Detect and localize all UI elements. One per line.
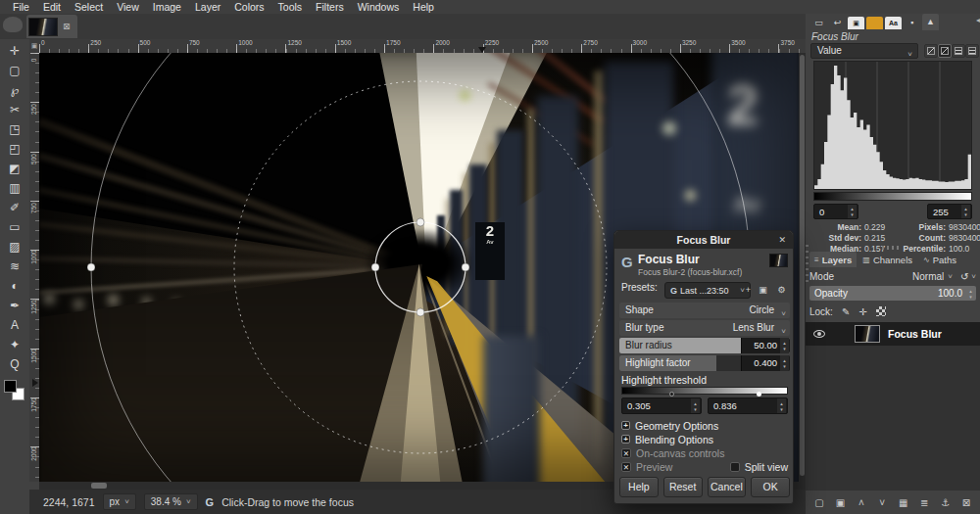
spinner-arrows[interactable]: ▴▾ xyxy=(961,205,970,218)
tool-transform[interactable]: ◰ xyxy=(3,139,26,159)
tab-paths[interactable]: ∿Paths xyxy=(918,252,961,267)
blur-radius-slider[interactable]: Blur radius 50.00 ▴▾ xyxy=(619,338,790,353)
tool-gradient[interactable]: ▥ xyxy=(3,178,26,198)
tool-zoom[interactable]: Q xyxy=(3,354,26,374)
shape-dropdown[interactable]: Shape Circle ˅ xyxy=(619,303,790,318)
image-tab-close-icon[interactable]: ⊠ xyxy=(63,22,71,31)
visibility-eye-icon[interactable] xyxy=(813,330,825,338)
reset-button[interactable]: Reset xyxy=(663,477,703,497)
menu-help[interactable]: Help xyxy=(406,0,441,14)
menu-windows[interactable]: Windows xyxy=(351,0,407,14)
dock-tab-fonts-icon[interactable]: Aa xyxy=(885,17,902,29)
tool-rectangle-select[interactable]: ▢ xyxy=(3,61,26,80)
menu-filters[interactable]: Filters xyxy=(309,0,351,14)
tool-bucket-fill[interactable]: ◩ xyxy=(3,159,26,178)
tool-paintbrush[interactable]: ✐ xyxy=(3,198,26,217)
horizontal-scrollbar-thumb[interactable] xyxy=(91,483,107,489)
merge-layer-button[interactable]: ≣ xyxy=(916,497,932,508)
spinner-arrows[interactable]: ▴▾ xyxy=(777,398,786,413)
dock-tab-undo-history-icon[interactable]: ↩ xyxy=(829,16,846,30)
vertical-ruler[interactable]: 025050075010001250150017502000 xyxy=(29,53,39,482)
raise-layer-button[interactable]: ˄ xyxy=(854,497,869,508)
vertical-scrollbar[interactable] xyxy=(799,53,806,482)
focus-handle[interactable] xyxy=(87,263,95,271)
focus-handle[interactable] xyxy=(462,263,469,271)
tool-color-picker[interactable]: ✦ xyxy=(3,335,26,354)
spinner-arrows[interactable]: ▴▾ xyxy=(780,355,789,371)
ruler-corner-button[interactable]: ▣ xyxy=(29,39,39,53)
tool-dodge-burn[interactable]: ◐ xyxy=(3,276,26,296)
help-button[interactable]: Help xyxy=(619,477,659,497)
chevron-down-icon[interactable]: ˅ xyxy=(971,272,976,281)
blur-type-dropdown[interactable]: Blur type Lens Blur ˅ xyxy=(619,320,790,336)
histogram-expand-button[interactable] xyxy=(965,44,979,58)
lower-layer-button[interactable]: ˅ xyxy=(874,497,890,508)
menu-select[interactable]: Select xyxy=(68,0,110,14)
threshold-low-spinner[interactable]: 0.305 ▴▾ xyxy=(621,397,702,414)
import-preset-button[interactable]: ▣ xyxy=(757,283,769,298)
focus-handle[interactable] xyxy=(416,218,424,226)
horizontal-ruler[interactable]: 0250500750100012501500175020002250250027… xyxy=(39,39,806,53)
histogram-log-button[interactable] xyxy=(952,44,965,58)
menu-edit[interactable]: Edit xyxy=(36,0,68,14)
histogram-perceptual-button[interactable] xyxy=(938,44,952,58)
opacity-slider[interactable]: Opacity 100.0 ▴▾ xyxy=(809,286,976,301)
cancel-button[interactable]: Cancel xyxy=(708,477,747,497)
dock-resize-grip[interactable] xyxy=(806,245,808,284)
tab-channels[interactable]: ▥Channels xyxy=(858,252,917,267)
dock-tab-histogram-icon[interactable]: ▲ xyxy=(922,14,939,30)
vertical-scrollbar-thumb[interactable] xyxy=(800,55,805,476)
tool-scissors-select[interactable]: ✂ xyxy=(3,100,26,119)
new-layer-button[interactable]: ▢ xyxy=(811,497,827,508)
menu-view[interactable]: View xyxy=(110,0,146,14)
lock-alpha-icon[interactable] xyxy=(876,306,886,316)
lock-pixels-icon[interactable]: ✎ xyxy=(842,306,850,317)
tool-smudge[interactable]: ≋ xyxy=(3,257,26,276)
duplicate-layer-button[interactable]: ▦ xyxy=(896,497,911,508)
threshold-high-spinner[interactable]: 0.836 ▴▾ xyxy=(708,397,788,414)
range-low-spinner[interactable]: 0 ▴▾ xyxy=(813,204,858,219)
dock-tab-palettes-icon[interactable] xyxy=(866,17,883,29)
preset-settings-button[interactable]: ⚙ xyxy=(775,283,788,298)
range-high-spinner[interactable]: 255 ▴▾ xyxy=(927,204,972,219)
tool-text[interactable]: A xyxy=(3,315,26,335)
channel-dropdown[interactable]: Value ˅ xyxy=(810,43,918,59)
tab-layers[interactable]: ≡Layers xyxy=(809,252,857,267)
split-view-checkbox[interactable] xyxy=(730,462,740,472)
anchor-layer-button[interactable]: ⚓ xyxy=(938,497,954,508)
preview-checkbox[interactable]: ✕ xyxy=(621,462,631,472)
dock-tab-images-icon[interactable]: ▣ xyxy=(848,17,864,29)
lock-position-icon[interactable]: ✛ xyxy=(858,306,866,317)
menu-file[interactable]: File xyxy=(6,0,36,14)
dialog-title-bar[interactable]: Focus Blur xyxy=(614,231,793,249)
dialog-close-icon[interactable]: ✕ xyxy=(778,231,786,249)
spinner-arrows[interactable]: ▴▾ xyxy=(691,398,700,413)
tool-clone[interactable]: ▨ xyxy=(3,237,26,257)
tool-eraser[interactable]: ▭ xyxy=(3,217,26,237)
chevron-down-icon[interactable]: ˅ xyxy=(948,272,953,281)
menu-layer[interactable]: Layer xyxy=(188,0,227,14)
dock-tab-document-history-icon[interactable]: ▪ xyxy=(904,16,920,30)
unit-dropdown[interactable]: px ˅ xyxy=(103,493,136,510)
new-layer-group-button[interactable]: ▣ xyxy=(832,497,848,508)
blending-options-expander[interactable]: + Blending Options xyxy=(621,433,788,445)
delete-layer-button[interactable]: ⊠ xyxy=(958,497,974,508)
layer-row[interactable]: Focus Blur xyxy=(806,322,980,346)
image-tab[interactable]: ⊠ xyxy=(26,15,77,38)
highlight-threshold-gradient[interactable] xyxy=(621,387,788,395)
focus-handle[interactable] xyxy=(416,308,424,316)
tool-move[interactable]: ✛ xyxy=(3,41,26,61)
spinner-arrows[interactable]: ▴▾ xyxy=(966,286,975,301)
highlight-factor-slider[interactable]: Highlight factor 0.400 ▴▾ xyxy=(619,355,790,371)
histogram-linear-button[interactable] xyxy=(924,44,938,58)
foreground-color-swatch[interactable] xyxy=(4,380,17,393)
presets-dropdown[interactable]: G Last ...23:50 ˅ xyxy=(664,282,751,299)
panel-resize-grip[interactable] xyxy=(882,246,902,250)
geometry-options-expander[interactable]: + Geometry Options xyxy=(621,419,788,432)
tool-crop[interactable]: ◳ xyxy=(3,119,26,139)
mode-value[interactable]: Normal xyxy=(912,271,944,282)
menu-colors[interactable]: Colors xyxy=(227,0,270,14)
add-preset-button[interactable]: + xyxy=(742,283,755,298)
spinner-arrows[interactable]: ▴▾ xyxy=(848,205,857,218)
tool-ink[interactable]: ✒ xyxy=(3,296,26,315)
